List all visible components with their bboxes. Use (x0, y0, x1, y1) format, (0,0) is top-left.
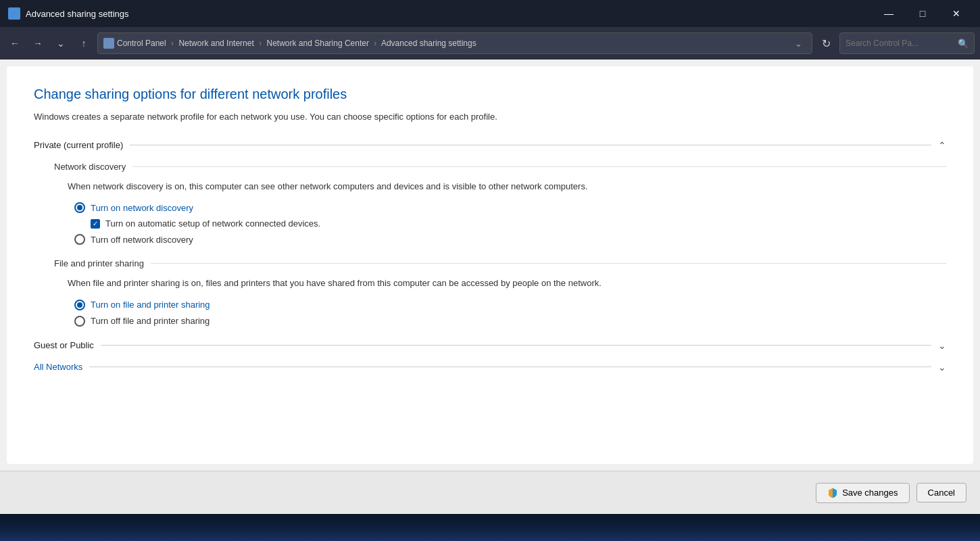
content-panel: Change sharing options for different net… (7, 66, 973, 464)
window-title: Advanced sharing settings (26, 9, 128, 19)
discovery-description: When network discovery is on, this compu… (68, 180, 946, 193)
search-input[interactable] (846, 39, 954, 48)
section-line-private (130, 145, 931, 145)
shield-icon (827, 488, 838, 498)
section-header-private[interactable]: Private (current profile) ⌃ (34, 140, 946, 151)
radio-label-off-discovery: Turn off network discovery (91, 235, 193, 245)
sep2: › (259, 39, 262, 48)
subsection-label-file-printer: File and printer sharing (54, 258, 144, 268)
main-content: Change sharing options for different net… (0, 60, 980, 514)
breadcrumb-folder-icon (103, 38, 114, 49)
section-header-guest-public[interactable]: Guest or Public ⌄ (34, 340, 946, 351)
radio-circle-off-sharing (74, 316, 85, 327)
subsection-network-discovery: Network discovery When network discovery… (54, 162, 946, 245)
radio-turn-off-discovery[interactable]: Turn off network discovery (74, 234, 946, 245)
forward-button[interactable]: → (28, 34, 47, 53)
chevron-up-icon: ⌃ (938, 140, 946, 151)
section-label-guest-public: Guest or Public (34, 340, 94, 350)
footer: Save changes Cancel (0, 471, 980, 514)
sep3: › (374, 39, 376, 48)
window-icon (8, 7, 20, 20)
sep1: › (171, 39, 174, 48)
close-button[interactable]: ✕ (941, 3, 972, 24)
checkbox-auto-setup[interactable]: Turn on automatic setup of network conne… (91, 218, 946, 229)
breadcrumb-control-panel: Control Panel (117, 39, 166, 48)
section-line-guest-public (101, 345, 931, 346)
radio-turn-on-sharing[interactable]: Turn on file and printer sharing (74, 300, 946, 310)
subsection-header-discovery: Network discovery (54, 162, 946, 172)
subsection-header-file-printer: File and printer sharing (54, 258, 946, 268)
window-controls: — □ ✕ (873, 3, 972, 24)
search-box[interactable]: 🔍 (839, 32, 975, 54)
up-button[interactable]: ↑ (74, 34, 93, 53)
checkbox-label-auto-setup: Turn on automatic setup of network conne… (105, 218, 320, 229)
section-label-all-networks: All Networks (34, 362, 82, 372)
section-line-all-networks (89, 367, 931, 367)
discovery-options: Turn on network discovery Turn on automa… (74, 202, 946, 245)
breadcrumb-sharing-center: Network and Sharing Center (267, 39, 369, 48)
section-header-all-networks[interactable]: All Networks ⌄ (34, 362, 946, 373)
minimize-button[interactable]: — (873, 3, 904, 24)
title-bar: Advanced sharing settings — □ ✕ (0, 0, 980, 27)
search-icon: 🔍 (958, 39, 969, 49)
breadcrumb-dropdown-button[interactable]: ⌄ (790, 35, 806, 51)
radio-turn-off-sharing[interactable]: Turn off file and printer sharing (74, 316, 946, 327)
file-printer-options: Turn on file and printer sharing Turn of… (74, 300, 946, 327)
page-description: Windows creates a separate network profi… (34, 110, 946, 124)
dropdown-history-button[interactable]: ⌄ (51, 34, 70, 53)
subsection-line-file-printer (151, 263, 946, 264)
checkbox-icon-auto-setup (91, 219, 100, 229)
save-changes-button[interactable]: Save changes (816, 483, 909, 503)
page-title: Change sharing options for different net… (34, 87, 946, 102)
back-button[interactable]: ← (5, 34, 24, 53)
subsection-label-discovery: Network discovery (54, 162, 126, 172)
taskbar (0, 514, 980, 541)
maximize-button[interactable]: □ (907, 3, 938, 24)
radio-circle-on-discovery (74, 202, 85, 213)
radio-label-off-sharing: Turn off file and printer sharing (91, 316, 210, 326)
chevron-down-icon-guest: ⌄ (938, 340, 946, 351)
refresh-button[interactable]: ↻ (816, 34, 835, 53)
breadcrumb-path: Control Panel › Network and Internet › N… (117, 39, 787, 48)
radio-circle-off-discovery (74, 234, 85, 245)
section-label-private: Private (current profile) (34, 140, 123, 150)
chevron-down-icon-all: ⌄ (938, 362, 946, 373)
address-input-wrapper[interactable]: Control Panel › Network and Internet › N… (97, 32, 812, 54)
radio-label-on-sharing: Turn on file and printer sharing (91, 300, 210, 310)
breadcrumb-advanced-sharing: Advanced sharing settings (381, 39, 476, 48)
radio-label-on-discovery: Turn on network discovery (91, 203, 193, 213)
file-printer-description: When file and printer sharing is on, fil… (68, 277, 946, 290)
address-bar: ← → ⌄ ↑ Control Panel › Network and Inte… (0, 27, 980, 60)
breadcrumb-network-internet: Network and Internet (178, 39, 253, 48)
radio-turn-on-discovery[interactable]: Turn on network discovery (74, 202, 946, 213)
save-changes-label: Save changes (842, 488, 898, 498)
subsection-file-printer: File and printer sharing When file and p… (54, 258, 946, 327)
radio-circle-on-sharing (74, 300, 85, 310)
subsection-line-discovery (132, 166, 946, 167)
cancel-button[interactable]: Cancel (916, 483, 966, 502)
